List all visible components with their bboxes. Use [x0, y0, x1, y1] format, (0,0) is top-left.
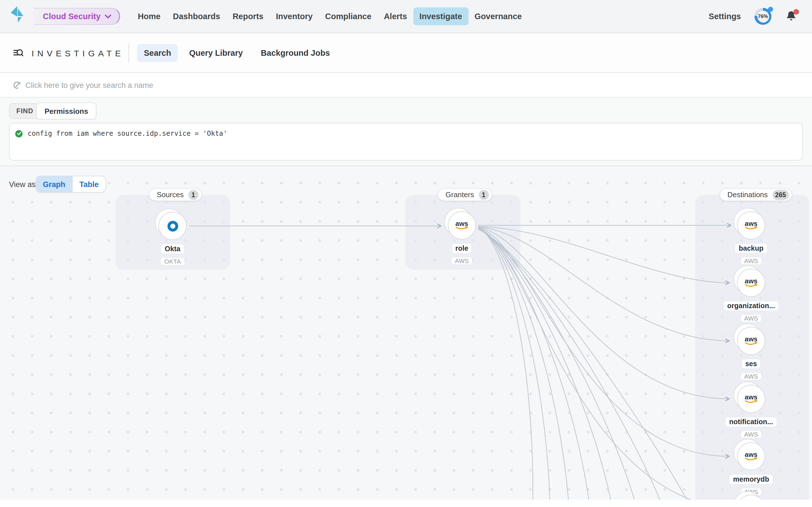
- permissions-tab-button[interactable]: Permissions: [36, 103, 97, 119]
- node-role-circle[interactable]: aws: [448, 211, 476, 239]
- divider: [129, 43, 129, 62]
- granters-title: Granters: [446, 190, 474, 199]
- sources-column-pill[interactable]: Sources 1: [149, 188, 202, 201]
- sources-title: Sources: [157, 190, 184, 199]
- node-label: notification...: [726, 417, 776, 427]
- node-labels: ses AWS: [712, 359, 791, 381]
- module-title: INVESTIGATE: [32, 48, 124, 58]
- node-label: backup: [735, 244, 767, 253]
- nav-item-investigate[interactable]: Investigate: [413, 7, 469, 25]
- product-switcher[interactable]: Cloud Security: [34, 8, 120, 25]
- node-okta-circle[interactable]: [158, 212, 187, 240]
- svg-text:aws: aws: [745, 451, 757, 458]
- node-labels: Okta OKTA: [133, 244, 212, 266]
- nav-item-governance[interactable]: Governance: [468, 7, 528, 25]
- svg-text:aws: aws: [455, 220, 468, 227]
- node-destination-partial: [737, 495, 765, 500]
- okta-icon: [167, 221, 178, 231]
- node-memorydb-circle[interactable]: aws: [737, 442, 765, 470]
- app-logo-icon: [10, 6, 25, 27]
- node-labels: role AWS: [422, 244, 501, 265]
- node-labels: backup AWS: [712, 244, 791, 265]
- query-line: config from iam where source.idp.service…: [10, 123, 802, 137]
- notifications-button[interactable]: [785, 10, 797, 22]
- node-organization-circle[interactable]: aws: [737, 269, 765, 297]
- graph-canvas: View as Graph Table: [0, 167, 812, 500]
- investigate-tabs: Search Query Library Background Jobs: [137, 44, 337, 62]
- svg-text:aws: aws: [745, 393, 757, 401]
- aws-icon: aws: [743, 220, 760, 231]
- node-provider: OKTA: [161, 258, 184, 265]
- svg-text:aws: aws: [745, 220, 757, 227]
- destinations-column-pill[interactable]: Destinations 265: [719, 188, 792, 201]
- node-label: Okta: [161, 244, 184, 253]
- node-label: memorydb: [730, 475, 772, 484]
- investigate-subheader: INVESTIGATE Search Query Library Backgro…: [0, 34, 812, 73]
- settings-link[interactable]: Settings: [709, 12, 741, 21]
- nav-item-dashboards[interactable]: Dashboards: [167, 7, 226, 25]
- query-text: config from iam where source.idp.service…: [28, 129, 227, 137]
- node-role: aws role AWS: [448, 211, 476, 239]
- node-ses-circle[interactable]: aws: [737, 327, 765, 355]
- primary-nav: Home Dashboards Reports Inventory Compli…: [132, 7, 528, 25]
- node-labels: organization... AWS: [712, 301, 791, 323]
- query-valid-check-icon: [15, 130, 22, 137]
- bottom-strip: [0, 500, 812, 507]
- node-backup: aws backup AWS: [737, 211, 765, 239]
- page: Cloud Security Home Dashboards Reports I…: [0, 0, 812, 507]
- svg-text:aws: aws: [745, 277, 757, 285]
- aws-icon: aws: [453, 220, 470, 231]
- nav-item-inventory[interactable]: Inventory: [269, 7, 319, 25]
- aws-icon: aws: [743, 277, 760, 288]
- node-ses: aws ses AWS: [737, 327, 765, 355]
- nav-item-home[interactable]: Home: [132, 7, 167, 25]
- node-notification: aws notification... AWS: [737, 385, 765, 413]
- usage-notification-dot: [768, 7, 773, 12]
- node-provider: AWS: [741, 315, 761, 322]
- usage-percent: 76%: [757, 10, 769, 22]
- node-memorydb: aws memorydb AWS: [737, 442, 765, 470]
- node-okta: Okta OKTA: [158, 212, 187, 240]
- node-labels: notification... AWS: [712, 417, 791, 439]
- destinations-title: Destinations: [727, 190, 768, 199]
- top-navbar: Cloud Security Home Dashboards Reports I…: [0, 0, 812, 33]
- query-section: FIND Permissions config from iam where s…: [0, 98, 812, 166]
- node-provider: AWS: [451, 258, 472, 264]
- tab-background-jobs[interactable]: Background Jobs: [254, 44, 337, 62]
- tab-query-library[interactable]: Query Library: [183, 44, 250, 62]
- node-notification-circle[interactable]: aws: [737, 385, 765, 413]
- node-label: organization...: [724, 301, 778, 311]
- rename-pencil-icon: [13, 81, 21, 89]
- node-provider: AWS: [741, 431, 761, 438]
- notification-badge-dot: [794, 9, 799, 15]
- svg-text:aws: aws: [745, 335, 757, 343]
- granters-count-badge: 1: [478, 189, 489, 200]
- aws-icon: aws: [743, 393, 760, 404]
- nav-item-compliance[interactable]: Compliance: [319, 7, 377, 25]
- tab-search[interactable]: Search: [137, 44, 178, 62]
- nav-right-cluster: Settings 76%: [709, 8, 797, 25]
- investigate-search-list-icon: [13, 48, 24, 58]
- search-name-row: Click here to give your search a name: [0, 73, 812, 98]
- node-backup-circle[interactable]: aws: [737, 211, 765, 239]
- nav-item-alerts[interactable]: Alerts: [377, 7, 413, 25]
- granters-column-pill[interactable]: Granters 1: [438, 188, 492, 201]
- nav-item-reports[interactable]: Reports: [226, 7, 270, 25]
- aws-icon: aws: [743, 335, 760, 346]
- usage-progress-ring[interactable]: 76%: [755, 8, 771, 25]
- destinations-count-badge: 265: [772, 189, 789, 200]
- product-switcher-label: Cloud Security: [43, 12, 101, 21]
- sources-count-badge: 1: [188, 189, 198, 200]
- query-editor[interactable]: config from iam where source.idp.service…: [9, 123, 803, 161]
- node-label: ses: [742, 359, 760, 369]
- graph-edges: [0, 167, 812, 500]
- viewport: Cloud Security Home Dashboards Reports I…: [0, 0, 812, 507]
- chevron-down-icon: [105, 14, 111, 18]
- node-label: role: [452, 244, 472, 253]
- node-provider: AWS: [741, 258, 761, 264]
- search-name-input[interactable]: Click here to give your search a name: [26, 81, 153, 89]
- node-organization: aws organization... AWS: [737, 269, 765, 297]
- node-provider: AWS: [741, 373, 761, 380]
- aws-icon: aws: [743, 451, 760, 462]
